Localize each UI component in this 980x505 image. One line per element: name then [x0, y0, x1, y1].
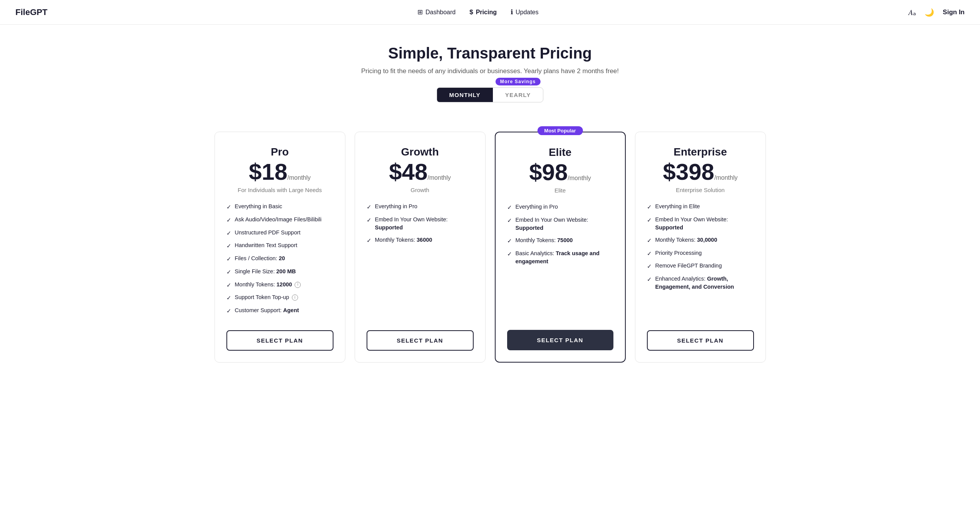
list-item: ✓Monthly Tokens: 75000: [507, 236, 613, 245]
check-icon: ✓: [647, 203, 652, 211]
plan-card-enterprise: Enterprise $398/monthly Enterprise Solut…: [635, 132, 766, 363]
plan-price-elite: $98: [529, 159, 568, 185]
dark-mode-button[interactable]: 🌙: [925, 8, 934, 17]
list-item: ✓Everything in Pro: [367, 202, 474, 211]
list-item: ✓Support Token Top-up i: [226, 293, 333, 302]
list-item: ✓Files / Collection: 20: [226, 254, 333, 263]
info-icon[interactable]: i: [292, 294, 298, 301]
plan-desc-pro: For Individuals with Large Needs: [226, 187, 333, 193]
most-popular-badge: Most Popular: [537, 126, 583, 135]
plan-price-row-enterprise: $398/monthly: [647, 161, 754, 184]
list-item: ✓Unstructured PDF Support: [226, 229, 333, 237]
features-list-elite: ✓Everything in Pro ✓Embed In Your Own We…: [507, 203, 613, 319]
translate-button[interactable]: 𝐴ₐ: [908, 8, 916, 17]
nav-links: ⊞ Dashboard $ Pricing ℹ Updates: [417, 8, 539, 16]
plan-desc-enterprise: Enterprise Solution: [647, 187, 754, 193]
billing-toggle: MONTHLY More Savings YEARLY: [437, 87, 544, 102]
more-savings-badge: More Savings: [496, 78, 540, 85]
check-icon: ✓: [226, 268, 231, 276]
plan-name-elite: Elite: [507, 146, 613, 159]
list-item: ✓Monthly Tokens: 12000 i: [226, 281, 333, 289]
list-item: ✓Priority Processing: [647, 249, 754, 258]
sign-in-button[interactable]: Sign In: [943, 8, 965, 16]
features-list-pro: ✓Everything in Basic ✓Ask Audio/Video/Im…: [226, 202, 333, 319]
list-item: ✓Ask Audio/Video/Image Files/Bilibili: [226, 216, 333, 224]
plan-price-growth: $48: [389, 159, 427, 185]
plan-period-pro: /monthly: [287, 174, 310, 181]
page-title: Simple, Transparent Pricing: [8, 45, 972, 62]
select-plan-enterprise-button[interactable]: SELECT PLAN: [647, 330, 754, 351]
list-item: ✓Everything in Basic: [226, 202, 333, 211]
check-icon: ✓: [647, 249, 652, 258]
list-item: ✓Everything in Pro: [507, 203, 613, 212]
plan-period-growth: /monthly: [427, 174, 451, 181]
plan-card-pro: Pro $18/monthly For Individuals with Lar…: [214, 132, 345, 363]
navbar: FileGPT ⊞ Dashboard $ Pricing ℹ Updates …: [0, 0, 980, 25]
logo[interactable]: FileGPT: [15, 7, 47, 17]
check-icon: ✓: [367, 216, 372, 224]
check-icon: ✓: [226, 242, 231, 250]
yearly-toggle-button[interactable]: More Savings YEARLY: [493, 88, 543, 102]
plan-name-growth: Growth: [367, 146, 474, 158]
plan-name-enterprise: Enterprise: [647, 146, 754, 158]
list-item: ✓Embed In Your Own Website: Supported: [507, 216, 613, 232]
updates-icon: ℹ: [511, 8, 513, 16]
list-item: ✓Remove FileGPT Branding: [647, 262, 754, 271]
list-item: ✓Enhanced Analytics: Growth, Engagement,…: [647, 275, 754, 291]
check-icon: ✓: [226, 294, 231, 302]
plan-price-row-growth: $48/monthly: [367, 161, 474, 184]
select-plan-pro-button[interactable]: SELECT PLAN: [226, 330, 333, 351]
check-icon: ✓: [507, 237, 512, 245]
pricing-section: Pro $18/monthly For Individuals with Lar…: [0, 116, 980, 386]
nav-dashboard[interactable]: ⊞ Dashboard: [417, 8, 456, 16]
list-item: ✓Customer Support: Agent: [226, 306, 333, 315]
check-icon: ✓: [507, 203, 512, 212]
plan-price-row-elite: $98/monthly: [507, 161, 613, 184]
plan-price-pro: $18: [249, 159, 287, 185]
check-icon: ✓: [367, 236, 372, 245]
nav-pricing[interactable]: $ Pricing: [469, 8, 497, 16]
check-icon: ✓: [226, 307, 231, 315]
check-icon: ✓: [226, 229, 231, 237]
nav-updates[interactable]: ℹ Updates: [511, 8, 539, 16]
check-icon: ✓: [226, 255, 231, 263]
check-icon: ✓: [507, 216, 512, 225]
select-plan-elite-button[interactable]: SELECT PLAN: [507, 330, 613, 350]
list-item: ✓Monthly Tokens: 36000: [367, 236, 474, 245]
list-item: ✓Basic Analytics: Track usage and engage…: [507, 249, 613, 266]
list-item: ✓Everything in Elite: [647, 202, 754, 211]
check-icon: ✓: [226, 216, 231, 224]
list-item: ✓Embed In Your Own Website: Supported: [367, 216, 474, 232]
features-list-growth: ✓Everything in Pro ✓Embed In Your Own We…: [367, 202, 474, 319]
plan-card-growth: Growth $48/monthly Growth ✓Everything in…: [355, 132, 486, 363]
plan-period-enterprise: /monthly: [714, 174, 737, 181]
check-icon: ✓: [507, 250, 512, 258]
plan-price-enterprise: $398: [663, 159, 714, 185]
plan-name-pro: Pro: [226, 146, 333, 158]
list-item: ✓Single File Size: 200 MB: [226, 268, 333, 276]
plan-desc-elite: Elite: [507, 187, 613, 194]
list-item: ✓Handwritten Text Support: [226, 241, 333, 250]
check-icon: ✓: [367, 203, 372, 211]
page-subtitle: Pricing to fit the needs of any individu…: [8, 67, 972, 75]
plan-period-elite: /monthly: [568, 175, 591, 181]
check-icon: ✓: [226, 203, 231, 211]
dashboard-icon: ⊞: [417, 8, 423, 16]
check-icon: ✓: [647, 216, 652, 224]
monthly-toggle-button[interactable]: MONTHLY: [437, 88, 493, 102]
check-icon: ✓: [647, 262, 652, 271]
check-icon: ✓: [226, 281, 231, 289]
info-icon[interactable]: i: [295, 282, 301, 288]
pricing-icon: $: [469, 8, 473, 16]
check-icon: ✓: [647, 275, 652, 284]
features-list-enterprise: ✓Everything in Elite ✓Embed In Your Own …: [647, 202, 754, 319]
plan-card-elite: Most Popular Elite $98/monthly Elite ✓Ev…: [495, 132, 626, 363]
plan-desc-growth: Growth: [367, 187, 474, 193]
select-plan-growth-button[interactable]: SELECT PLAN: [367, 330, 474, 351]
list-item: ✓Monthly Tokens: 30,0000: [647, 236, 754, 245]
check-icon: ✓: [647, 236, 652, 245]
plan-price-row-pro: $18/monthly: [226, 161, 333, 184]
list-item: ✓Embed In Your Own Website: Supported: [647, 216, 754, 232]
nav-right: 𝐴ₐ 🌙 Sign In: [908, 8, 965, 17]
hero-section: Simple, Transparent Pricing Pricing to f…: [0, 25, 980, 116]
